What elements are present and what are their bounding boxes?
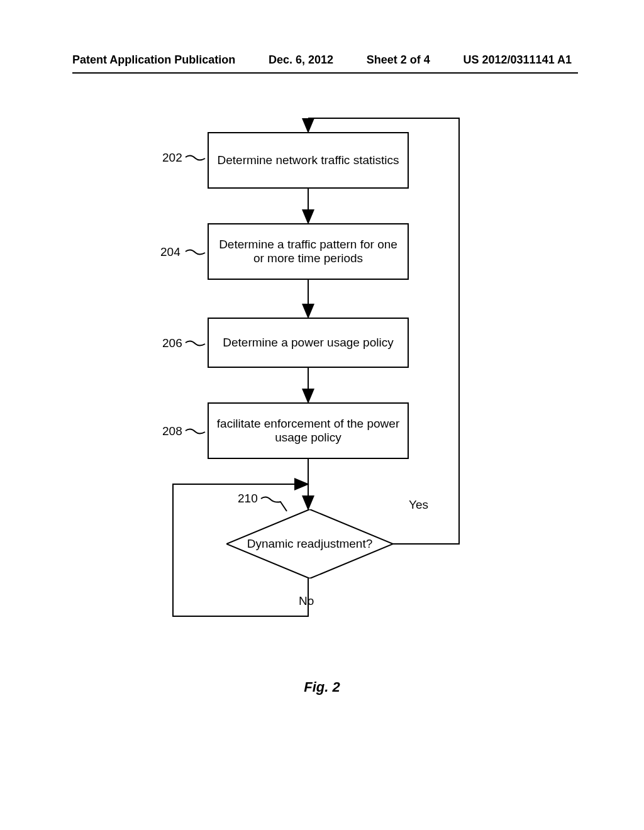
- no-label: No: [299, 594, 314, 608]
- figure-label: Fig. 2: [0, 679, 644, 695]
- ref-label-210: 210: [238, 492, 258, 506]
- decision-text-wrap: Dynamic readjustment?: [226, 509, 393, 578]
- header-publication: Patent Application Publication: [72, 53, 235, 67]
- ref-label-204: 204: [160, 245, 180, 259]
- step-box-206: Determine a power usage policy: [208, 318, 409, 368]
- yes-label: Yes: [409, 498, 428, 512]
- ref-label-206: 206: [162, 336, 182, 350]
- step-text-202: Determine network traffic statistics: [218, 153, 399, 167]
- flowchart-diagram: Determine network traffic statistics Det…: [0, 107, 644, 673]
- ref-label-208: 208: [162, 424, 182, 438]
- page-header: Patent Application Publication Dec. 6, 2…: [0, 53, 644, 67]
- header-date: Dec. 6, 2012: [269, 53, 333, 67]
- step-box-204: Determine a traffic pattern for one or m…: [208, 223, 409, 280]
- step-text-208: facilitate enforcement of the power usag…: [215, 417, 401, 445]
- header-sheet: Sheet 2 of 4: [367, 53, 430, 67]
- step-box-202: Determine network traffic statistics: [208, 132, 409, 189]
- header-pubnum: US 2012/0311141 A1: [464, 53, 572, 67]
- step-box-208: facilitate enforcement of the power usag…: [208, 402, 409, 459]
- header-divider: [72, 72, 578, 74]
- decision-text: Dynamic readjustment?: [247, 537, 373, 551]
- step-text-206: Determine a power usage policy: [223, 336, 393, 350]
- step-text-204: Determine a traffic pattern for one or m…: [215, 238, 401, 265]
- ref-label-202: 202: [162, 151, 182, 165]
- connectors-svg: [0, 107, 644, 673]
